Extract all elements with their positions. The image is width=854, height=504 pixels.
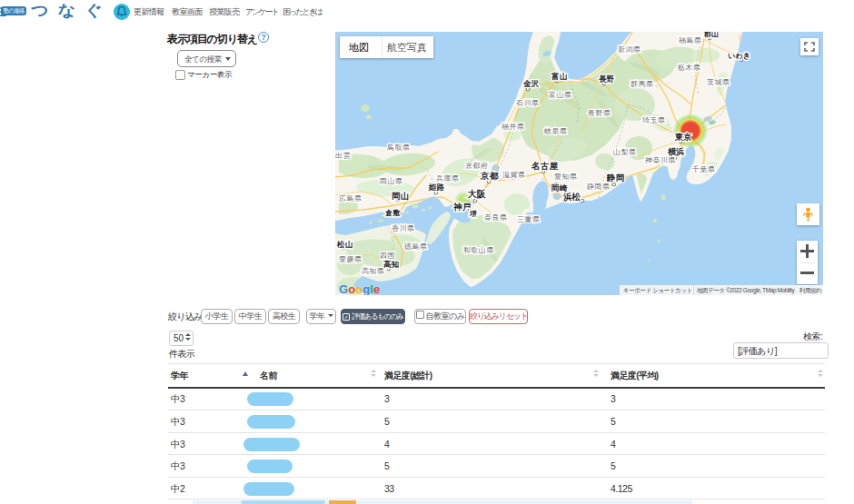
svg-text:倉敷: 倉敷 — [384, 209, 401, 217]
svg-text:大阪: 大阪 — [467, 189, 486, 199]
svg-text:福井県: 福井県 — [501, 123, 525, 131]
svg-text:三重県: 三重県 — [517, 215, 541, 223]
svg-text:名古屋: 名古屋 — [531, 161, 558, 171]
svg-text:富山: 富山 — [551, 72, 567, 81]
svg-text:姫路: 姫路 — [428, 183, 445, 192]
svg-text:山梨県: 山梨県 — [613, 148, 637, 156]
svg-text:群馬県: 群馬県 — [631, 80, 654, 88]
svg-text:埼玉県: 埼玉県 — [641, 116, 666, 124]
svg-text:金沢: 金沢 — [522, 79, 540, 88]
svg-text:愛媛県: 愛媛県 — [339, 255, 362, 263]
svg-text:静岡: 静岡 — [606, 173, 624, 183]
svg-text:郡山: 郡山 — [703, 32, 719, 38]
svg-text:いわき: いわき — [728, 52, 750, 60]
svg-text:高知: 高知 — [383, 260, 399, 269]
svg-text:岡山県: 岡山県 — [380, 177, 403, 185]
svg-text:出雲: 出雲 — [335, 152, 351, 160]
svg-text:京都府: 京都府 — [465, 162, 488, 170]
svg-text:富山県: 富山県 — [549, 91, 572, 99]
svg-text:石川県: 石川県 — [516, 99, 540, 107]
svg-text:堺: 堺 — [469, 210, 477, 218]
svg-text:東京: 東京 — [674, 133, 691, 142]
svg-text:長野県: 長野県 — [587, 109, 611, 117]
svg-text:横浜: 横浜 — [667, 147, 684, 156]
svg-text:神奈川県: 神奈川県 — [644, 156, 676, 164]
svg-text:滋賀県: 滋賀県 — [502, 171, 526, 179]
svg-text:鳥取県: 鳥取県 — [386, 143, 411, 152]
svg-text:愛知県: 愛知県 — [554, 173, 578, 181]
svg-text:新潟県: 新潟県 — [618, 45, 641, 54]
svg-text:兵庫県: 兵庫県 — [436, 174, 460, 183]
svg-text:徳島県: 徳島県 — [404, 242, 428, 251]
svg-text:福島県: 福島県 — [678, 36, 702, 44]
svg-text:京都: 京都 — [480, 171, 499, 181]
svg-text:香川県: 香川県 — [392, 224, 415, 232]
svg-text:奈良県: 奈良県 — [484, 213, 508, 222]
svg-text:岐阜県: 岐阜県 — [544, 127, 568, 135]
svg-text:和歌山県: 和歌山県 — [463, 246, 494, 254]
svg-text:神戸: 神戸 — [452, 202, 472, 212]
svg-text:松山: 松山 — [336, 240, 353, 249]
svg-text:岡山: 岡山 — [392, 191, 409, 201]
svg-text:長野: 長野 — [599, 74, 614, 84]
svg-text:千葉県: 千葉県 — [691, 165, 716, 173]
svg-text:広島県: 広島県 — [339, 194, 362, 203]
svg-text:高知県: 高知県 — [362, 267, 385, 275]
svg-text:浜松: 浜松 — [562, 192, 581, 202]
svg-text:静岡県: 静岡県 — [587, 183, 611, 191]
svg-text:茨城県: 茨城県 — [707, 78, 730, 86]
svg-text:栃木県: 栃木県 — [678, 64, 701, 72]
svg-text:四国: 四国 — [380, 252, 395, 260]
svg-text:岡崎: 岡崎 — [551, 183, 568, 193]
